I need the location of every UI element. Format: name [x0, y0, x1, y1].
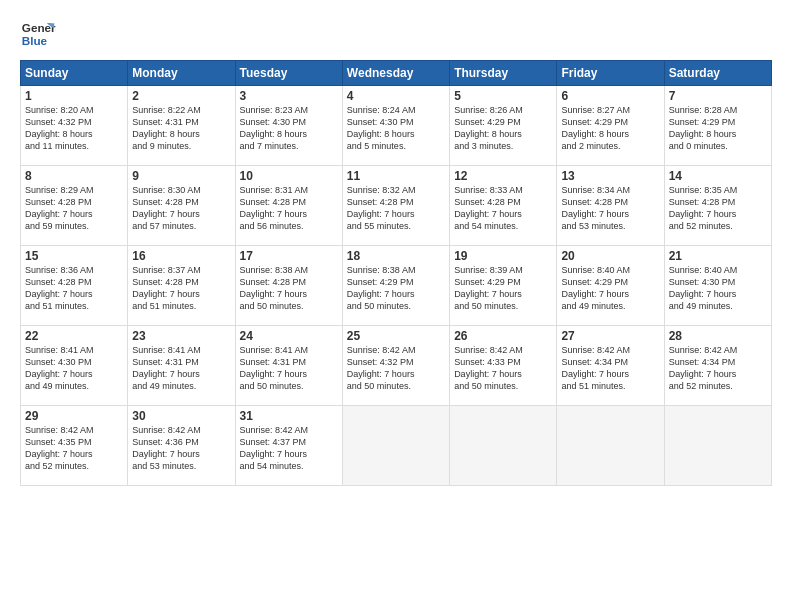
day-number: 26 — [454, 329, 552, 343]
day-info: Sunrise: 8:27 AM Sunset: 4:29 PM Dayligh… — [561, 104, 659, 153]
calendar-cell — [342, 406, 449, 486]
day-number: 25 — [347, 329, 445, 343]
calendar-cell: 13Sunrise: 8:34 AM Sunset: 4:28 PM Dayli… — [557, 166, 664, 246]
day-info: Sunrise: 8:42 AM Sunset: 4:35 PM Dayligh… — [25, 424, 123, 473]
day-info: Sunrise: 8:34 AM Sunset: 4:28 PM Dayligh… — [561, 184, 659, 233]
day-info: Sunrise: 8:22 AM Sunset: 4:31 PM Dayligh… — [132, 104, 230, 153]
calendar-cell: 16Sunrise: 8:37 AM Sunset: 4:28 PM Dayli… — [128, 246, 235, 326]
calendar-cell: 6Sunrise: 8:27 AM Sunset: 4:29 PM Daylig… — [557, 86, 664, 166]
day-number: 21 — [669, 249, 767, 263]
day-info: Sunrise: 8:31 AM Sunset: 4:28 PM Dayligh… — [240, 184, 338, 233]
day-info: Sunrise: 8:33 AM Sunset: 4:28 PM Dayligh… — [454, 184, 552, 233]
weekday-header-saturday: Saturday — [664, 61, 771, 86]
calendar-cell: 31Sunrise: 8:42 AM Sunset: 4:37 PM Dayli… — [235, 406, 342, 486]
day-info: Sunrise: 8:20 AM Sunset: 4:32 PM Dayligh… — [25, 104, 123, 153]
day-info: Sunrise: 8:42 AM Sunset: 4:32 PM Dayligh… — [347, 344, 445, 393]
day-number: 1 — [25, 89, 123, 103]
day-number: 29 — [25, 409, 123, 423]
day-info: Sunrise: 8:41 AM Sunset: 4:30 PM Dayligh… — [25, 344, 123, 393]
logo: General Blue — [20, 16, 56, 52]
calendar-cell — [664, 406, 771, 486]
day-info: Sunrise: 8:24 AM Sunset: 4:30 PM Dayligh… — [347, 104, 445, 153]
calendar-cell: 3Sunrise: 8:23 AM Sunset: 4:30 PM Daylig… — [235, 86, 342, 166]
weekday-header-friday: Friday — [557, 61, 664, 86]
day-number: 12 — [454, 169, 552, 183]
day-number: 4 — [347, 89, 445, 103]
calendar-cell: 14Sunrise: 8:35 AM Sunset: 4:28 PM Dayli… — [664, 166, 771, 246]
day-info: Sunrise: 8:42 AM Sunset: 4:37 PM Dayligh… — [240, 424, 338, 473]
day-info: Sunrise: 8:38 AM Sunset: 4:29 PM Dayligh… — [347, 264, 445, 313]
day-info: Sunrise: 8:30 AM Sunset: 4:28 PM Dayligh… — [132, 184, 230, 233]
day-number: 22 — [25, 329, 123, 343]
weekday-header-wednesday: Wednesday — [342, 61, 449, 86]
calendar-cell: 25Sunrise: 8:42 AM Sunset: 4:32 PM Dayli… — [342, 326, 449, 406]
day-number: 28 — [669, 329, 767, 343]
calendar-cell: 11Sunrise: 8:32 AM Sunset: 4:28 PM Dayli… — [342, 166, 449, 246]
day-info: Sunrise: 8:37 AM Sunset: 4:28 PM Dayligh… — [132, 264, 230, 313]
day-info: Sunrise: 8:28 AM Sunset: 4:29 PM Dayligh… — [669, 104, 767, 153]
calendar-week-1: 1Sunrise: 8:20 AM Sunset: 4:32 PM Daylig… — [21, 86, 772, 166]
day-info: Sunrise: 8:42 AM Sunset: 4:34 PM Dayligh… — [669, 344, 767, 393]
day-info: Sunrise: 8:39 AM Sunset: 4:29 PM Dayligh… — [454, 264, 552, 313]
day-number: 5 — [454, 89, 552, 103]
day-info: Sunrise: 8:38 AM Sunset: 4:28 PM Dayligh… — [240, 264, 338, 313]
day-number: 24 — [240, 329, 338, 343]
weekday-header-monday: Monday — [128, 61, 235, 86]
day-number: 18 — [347, 249, 445, 263]
day-info: Sunrise: 8:29 AM Sunset: 4:28 PM Dayligh… — [25, 184, 123, 233]
calendar-cell — [557, 406, 664, 486]
day-number: 11 — [347, 169, 445, 183]
calendar-cell: 8Sunrise: 8:29 AM Sunset: 4:28 PM Daylig… — [21, 166, 128, 246]
day-info: Sunrise: 8:40 AM Sunset: 4:29 PM Dayligh… — [561, 264, 659, 313]
day-number: 2 — [132, 89, 230, 103]
calendar-cell: 29Sunrise: 8:42 AM Sunset: 4:35 PM Dayli… — [21, 406, 128, 486]
weekday-header-tuesday: Tuesday — [235, 61, 342, 86]
calendar-cell: 20Sunrise: 8:40 AM Sunset: 4:29 PM Dayli… — [557, 246, 664, 326]
weekday-header-sunday: Sunday — [21, 61, 128, 86]
calendar-cell: 12Sunrise: 8:33 AM Sunset: 4:28 PM Dayli… — [450, 166, 557, 246]
day-number: 6 — [561, 89, 659, 103]
day-number: 13 — [561, 169, 659, 183]
day-number: 23 — [132, 329, 230, 343]
day-number: 27 — [561, 329, 659, 343]
calendar-cell: 21Sunrise: 8:40 AM Sunset: 4:30 PM Dayli… — [664, 246, 771, 326]
calendar-cell — [450, 406, 557, 486]
svg-text:General: General — [22, 21, 56, 34]
day-number: 30 — [132, 409, 230, 423]
day-info: Sunrise: 8:41 AM Sunset: 4:31 PM Dayligh… — [132, 344, 230, 393]
calendar-cell: 22Sunrise: 8:41 AM Sunset: 4:30 PM Dayli… — [21, 326, 128, 406]
day-info: Sunrise: 8:42 AM Sunset: 4:33 PM Dayligh… — [454, 344, 552, 393]
day-info: Sunrise: 8:23 AM Sunset: 4:30 PM Dayligh… — [240, 104, 338, 153]
weekday-header-row: SundayMondayTuesdayWednesdayThursdayFrid… — [21, 61, 772, 86]
day-info: Sunrise: 8:32 AM Sunset: 4:28 PM Dayligh… — [347, 184, 445, 233]
calendar-cell: 15Sunrise: 8:36 AM Sunset: 4:28 PM Dayli… — [21, 246, 128, 326]
calendar-cell: 9Sunrise: 8:30 AM Sunset: 4:28 PM Daylig… — [128, 166, 235, 246]
calendar-cell: 26Sunrise: 8:42 AM Sunset: 4:33 PM Dayli… — [450, 326, 557, 406]
day-info: Sunrise: 8:42 AM Sunset: 4:34 PM Dayligh… — [561, 344, 659, 393]
day-info: Sunrise: 8:36 AM Sunset: 4:28 PM Dayligh… — [25, 264, 123, 313]
calendar-cell: 30Sunrise: 8:42 AM Sunset: 4:36 PM Dayli… — [128, 406, 235, 486]
day-number: 9 — [132, 169, 230, 183]
day-info: Sunrise: 8:26 AM Sunset: 4:29 PM Dayligh… — [454, 104, 552, 153]
calendar-cell: 2Sunrise: 8:22 AM Sunset: 4:31 PM Daylig… — [128, 86, 235, 166]
calendar-cell: 19Sunrise: 8:39 AM Sunset: 4:29 PM Dayli… — [450, 246, 557, 326]
day-number: 14 — [669, 169, 767, 183]
day-number: 7 — [669, 89, 767, 103]
calendar-week-5: 29Sunrise: 8:42 AM Sunset: 4:35 PM Dayli… — [21, 406, 772, 486]
calendar-cell: 17Sunrise: 8:38 AM Sunset: 4:28 PM Dayli… — [235, 246, 342, 326]
calendar-cell: 10Sunrise: 8:31 AM Sunset: 4:28 PM Dayli… — [235, 166, 342, 246]
calendar-cell: 4Sunrise: 8:24 AM Sunset: 4:30 PM Daylig… — [342, 86, 449, 166]
calendar-cell: 24Sunrise: 8:41 AM Sunset: 4:31 PM Dayli… — [235, 326, 342, 406]
day-number: 15 — [25, 249, 123, 263]
svg-text:Blue: Blue — [22, 34, 48, 47]
day-number: 8 — [25, 169, 123, 183]
day-info: Sunrise: 8:41 AM Sunset: 4:31 PM Dayligh… — [240, 344, 338, 393]
day-number: 16 — [132, 249, 230, 263]
calendar-cell: 27Sunrise: 8:42 AM Sunset: 4:34 PM Dayli… — [557, 326, 664, 406]
day-number: 31 — [240, 409, 338, 423]
day-info: Sunrise: 8:40 AM Sunset: 4:30 PM Dayligh… — [669, 264, 767, 313]
day-number: 19 — [454, 249, 552, 263]
calendar-cell: 7Sunrise: 8:28 AM Sunset: 4:29 PM Daylig… — [664, 86, 771, 166]
calendar-cell: 18Sunrise: 8:38 AM Sunset: 4:29 PM Dayli… — [342, 246, 449, 326]
calendar-cell: 1Sunrise: 8:20 AM Sunset: 4:32 PM Daylig… — [21, 86, 128, 166]
